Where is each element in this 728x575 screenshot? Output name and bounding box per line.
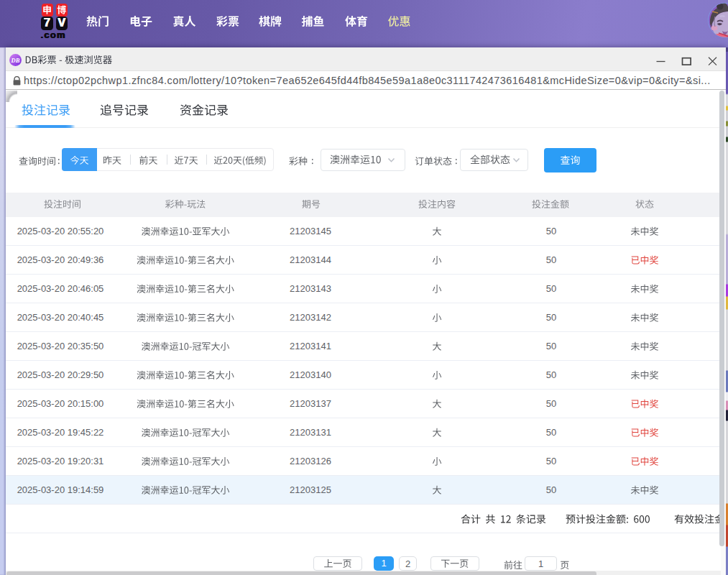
- svg-text:DB: DB: [11, 56, 20, 63]
